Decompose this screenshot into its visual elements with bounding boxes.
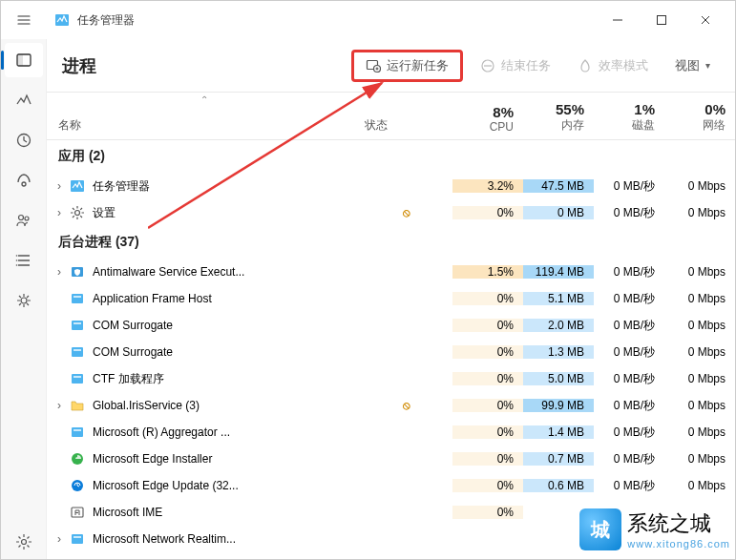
close-button[interactable] — [683, 5, 727, 35]
cell-disk: 0 MB/秒 — [594, 205, 664, 221]
sidebar-performance[interactable] — [5, 83, 43, 117]
col-disk[interactable]: 1%磁盘 — [594, 93, 664, 139]
table-row[interactable]: Microsoft Edge Installer0%0.7 MB0 MB/秒0 … — [47, 446, 735, 472]
cell-cpu: 3.2% — [452, 179, 523, 193]
cell-name: Microsoft Edge Installer — [47, 451, 361, 467]
process-name: Application Frame Host — [93, 292, 212, 305]
cell-cpu: 0% — [452, 372, 523, 385]
sidebar-processes[interactable] — [5, 43, 43, 77]
cell-network: 0 Mbps — [664, 319, 735, 332]
table-row[interactable]: ›任务管理器3.2%47.5 MB0 MB/秒0 Mbps — [47, 173, 735, 199]
cell-name: ›设置 — [47, 205, 361, 221]
cell-memory: 119.4 MB — [523, 265, 594, 279]
sort-indicator: ⌃ — [200, 94, 208, 105]
cell-name: COM Surrogate — [47, 344, 361, 360]
svg-rect-3 — [17, 54, 23, 66]
col-memory[interactable]: 55%内存 — [523, 93, 594, 139]
table-row[interactable]: COM Surrogate0%2.0 MB0 MB/秒0 Mbps — [47, 312, 735, 339]
cell-status: ⦸ — [361, 399, 452, 412]
table-row[interactable]: ›设置⦸0%0 MB0 MB/秒0 Mbps — [47, 199, 735, 226]
process-icon — [70, 344, 85, 360]
cell-network: 0 Mbps — [664, 265, 735, 279]
cell-name: ›Microsoft Network Realtim... — [47, 531, 361, 547]
cell-memory: 2.0 MB — [523, 319, 594, 332]
col-status[interactable]: 状态 — [361, 93, 452, 139]
svg-point-17 — [75, 211, 80, 216]
paused-icon: ⦸ — [403, 399, 410, 412]
col-network[interactable]: 0%网络 — [664, 93, 735, 139]
process-name: Microsoft Network Realtim... — [93, 532, 236, 546]
cell-memory: 5.0 MB — [523, 372, 594, 385]
sidebar-services[interactable] — [5, 283, 43, 318]
svg-point-10 — [16, 264, 18, 266]
svg-point-9 — [16, 259, 18, 261]
cell-memory: 1.3 MB — [523, 345, 594, 359]
sidebar-users[interactable] — [5, 203, 43, 238]
cell-network: 0 Mbps — [664, 399, 735, 412]
process-name: Microsoft IME — [93, 506, 162, 519]
table-row[interactable]: Microsoft IME0% — [47, 499, 735, 526]
sidebar-settings[interactable] — [5, 525, 43, 559]
svg-rect-32 — [72, 534, 83, 544]
svg-rect-27 — [72, 427, 83, 437]
col-name[interactable]: ⌃ 名称 — [47, 93, 361, 139]
cell-name: ›Global.IrisService (3) — [47, 398, 361, 413]
cell-name: CTF 加载程序 — [47, 371, 361, 387]
process-icon — [70, 425, 85, 440]
expand-toggle[interactable]: › — [53, 399, 66, 412]
cell-cpu: 0% — [452, 506, 523, 519]
expand-toggle[interactable]: › — [53, 265, 66, 279]
cell-status: ⦸ — [361, 206, 452, 219]
expand-toggle[interactable]: › — [53, 179, 66, 193]
maximize-button[interactable] — [640, 5, 683, 35]
cell-memory: 0.7 MB — [523, 452, 594, 466]
cell-disk: 0 MB/秒 — [594, 178, 664, 195]
process-icon — [70, 478, 85, 493]
cell-memory: 47.5 MB — [523, 179, 594, 193]
expand-toggle[interactable]: › — [53, 532, 66, 546]
cell-network: 0 Mbps — [664, 292, 735, 305]
svg-rect-20 — [74, 296, 81, 298]
cell-memory: 99.9 MB — [523, 399, 594, 412]
menu-button[interactable] — [9, 5, 39, 35]
table-row[interactable]: Microsoft (R) Aggregator ...0%1.4 MB0 MB… — [47, 419, 735, 446]
cell-name: Microsoft Edge Update (32... — [47, 478, 361, 493]
cell-network: 0 Mbps — [664, 452, 735, 466]
expand-toggle[interactable]: › — [53, 206, 66, 219]
minimize-button[interactable] — [596, 5, 640, 35]
cell-cpu: 0% — [452, 292, 523, 305]
cell-disk: 0 MB/秒 — [594, 398, 664, 414]
table-row[interactable]: Application Frame Host0%5.1 MB0 MB/秒0 Mb… — [47, 285, 735, 312]
view-dropdown[interactable]: 视图 ▾ — [665, 52, 720, 80]
cell-network: 0 Mbps — [664, 206, 735, 219]
cell-disk: 0 MB/秒 — [594, 478, 664, 494]
table-row[interactable]: ›Global.IrisService (3)⦸0%99.9 MB0 MB/秒0… — [47, 392, 735, 419]
cell-cpu: 0% — [452, 206, 523, 219]
group-header: 应用 (2) — [47, 140, 735, 173]
cell-cpu: 0% — [452, 425, 523, 439]
cell-name: Microsoft IME — [47, 505, 361, 520]
cell-name: ›任务管理器 — [47, 178, 361, 195]
column-headers: ⌃ 名称 状态 8%CPU 55%内存 1%磁盘 0%网络 — [47, 93, 735, 140]
table-row[interactable]: CTF 加载程序0%5.0 MB0 MB/秒0 Mbps — [47, 365, 735, 392]
table-row[interactable]: COM Surrogate0%1.3 MB0 MB/秒0 Mbps — [47, 339, 735, 365]
end-task-button: 结束任务 — [471, 52, 560, 80]
sidebar-history[interactable] — [5, 123, 43, 157]
process-name: Microsoft Edge Update (32... — [93, 479, 239, 492]
cell-network: 0 Mbps — [664, 425, 735, 439]
table-row[interactable]: ›Antimalware Service Execut...1.5%119.4 … — [47, 259, 735, 285]
process-name: Global.IrisService (3) — [93, 399, 200, 412]
table-row[interactable]: Microsoft Edge Update (32...0%0.6 MB0 MB… — [47, 472, 735, 499]
sidebar-startup[interactable] — [5, 163, 43, 197]
col-cpu[interactable]: 8%CPU — [452, 93, 523, 139]
sidebar-details[interactable] — [5, 243, 43, 278]
table-row[interactable]: ›Microsoft Network Realtim... — [47, 526, 735, 552]
process-icon — [70, 531, 85, 547]
cell-disk: 0 MB/秒 — [594, 318, 664, 334]
group-header: 后台进程 (37) — [47, 226, 735, 259]
process-name: Microsoft Edge Installer — [93, 452, 212, 466]
cell-network: 0 Mbps — [664, 345, 735, 359]
run-new-task-icon — [366, 58, 381, 73]
run-new-task-button[interactable]: 运行新任务 — [351, 50, 463, 82]
svg-rect-21 — [72, 321, 83, 330]
